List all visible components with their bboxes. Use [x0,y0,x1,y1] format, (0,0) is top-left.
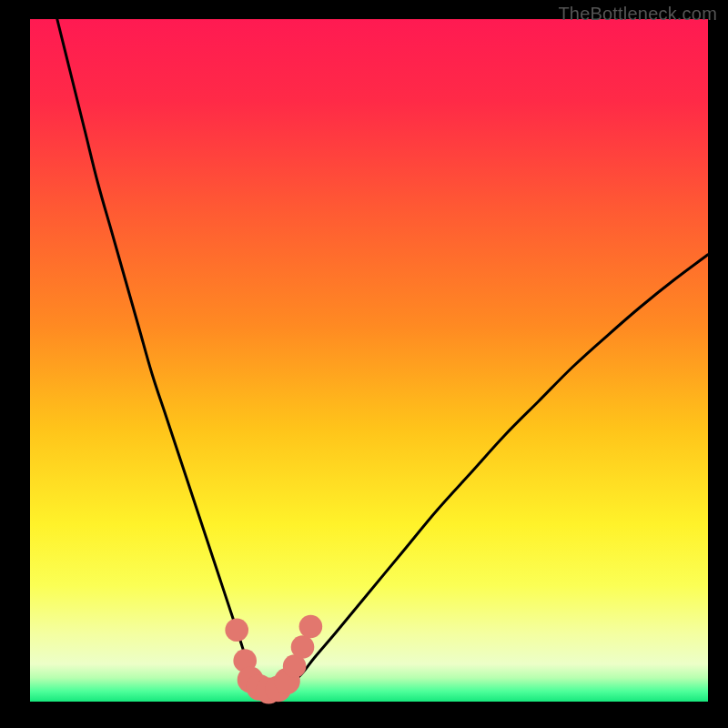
curve-marker [291,635,315,659]
plot-background [30,19,708,702]
chart-frame: TheBottleneck.com [0,0,728,728]
curve-marker [299,615,323,639]
curve-marker [225,619,248,642]
watermark-text: TheBottleneck.com [558,4,717,25]
bottleneck-chart [0,0,728,728]
